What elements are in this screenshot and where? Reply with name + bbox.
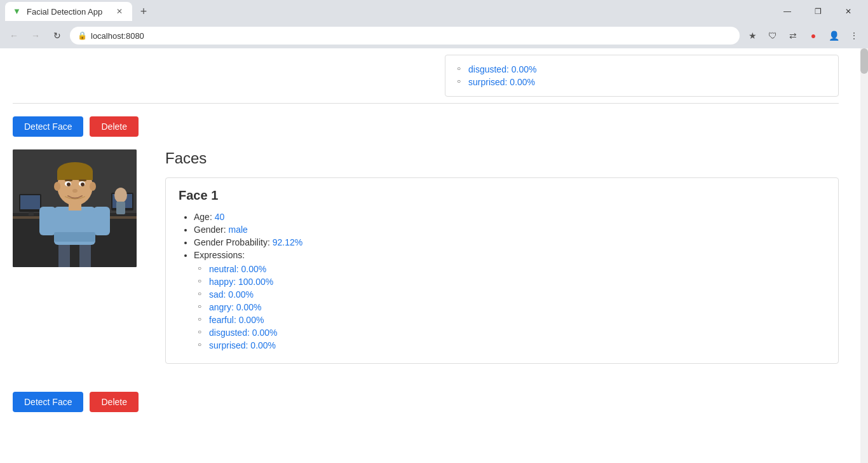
- svg-rect-13: [93, 207, 110, 235]
- top-buttons-row: Detect Face Delete: [13, 116, 839, 137]
- svg-rect-12: [39, 207, 56, 235]
- age-item: Age: 40: [194, 211, 825, 223]
- refresh-button[interactable]: ↻: [48, 27, 66, 45]
- new-tab-button[interactable]: +: [135, 3, 153, 20]
- tab-close-button[interactable]: ✕: [114, 6, 125, 17]
- list-item: surprised: 0.00%: [468, 76, 828, 88]
- gender-prob-item: Gender Probability: 92.12%: [194, 236, 825, 249]
- minimize-button[interactable]: —: [773, 1, 802, 22]
- previous-expressions-list: disgusted: 0.00% surprised: 0.00%: [456, 63, 828, 88]
- bookmark-icon[interactable]: ★: [743, 27, 761, 45]
- expressions-item: Expressions: neutral: 0.00% happy: 100.0…: [194, 249, 825, 353]
- svg-rect-26: [79, 179, 86, 181]
- address-bar: ← → ↻ 🔒 localhost:8080 ★ 🛡 ⇄ ● 👤 ⋮: [0, 23, 868, 48]
- url-text: localhost:8080: [91, 31, 144, 41]
- cast-icon[interactable]: ⇄: [784, 27, 802, 45]
- list-item: disgusted: 0.00%: [468, 63, 828, 76]
- expressions-label: Expressions:: [194, 250, 245, 260]
- previous-result-box: disgusted: 0.00% surprised: 0.00%: [445, 55, 839, 97]
- list-item: angry: 0.00%: [209, 301, 825, 314]
- main-section: Faces Face 1 Age: 40 Gender: male Gende: [13, 149, 839, 377]
- detect-face-button-top[interactable]: Detect Face: [13, 116, 83, 137]
- person-image: [13, 149, 137, 267]
- age-value: 40: [215, 212, 225, 222]
- tab-favicon: ▼: [13, 6, 23, 17]
- chrome-icon[interactable]: ●: [804, 27, 822, 45]
- expressions-nested-list: neutral: 0.00% happy: 100.00% sad: 0.00%…: [194, 263, 825, 352]
- profile-icon[interactable]: 👤: [825, 27, 843, 45]
- toolbar-icons: ★ 🛡 ⇄ ● 👤 ⋮: [743, 27, 863, 45]
- browser-window: ▼ Facial Detection App ✕ + — ❒ ✕ ← → ↻ 🔒…: [0, 0, 868, 463]
- close-button[interactable]: ✕: [834, 1, 863, 22]
- back-button[interactable]: ←: [5, 27, 23, 45]
- results-panel: Faces Face 1 Age: 40 Gender: male Gende: [165, 149, 839, 364]
- svg-rect-25: [65, 179, 72, 181]
- top-partial-left: [13, 55, 432, 97]
- top-partial-right: disgusted: 0.00% surprised: 0.00%: [445, 55, 839, 97]
- svg-rect-18: [57, 171, 93, 180]
- list-item: surprised: 0.00%: [209, 339, 825, 352]
- svg-rect-14: [54, 232, 95, 242]
- section-divider: [13, 103, 839, 104]
- detect-face-button-bottom[interactable]: Detect Face: [13, 392, 83, 412]
- image-panel: [13, 149, 140, 364]
- page-inner: disgusted: 0.00% surprised: 0.00% Detect…: [0, 48, 851, 425]
- tab-title: Facial Detection App: [27, 7, 111, 17]
- list-item: happy: 100.00%: [209, 275, 825, 288]
- forward-button[interactable]: →: [27, 27, 44, 45]
- maximize-button[interactable]: ❒: [803, 1, 832, 22]
- bottom-buttons-row: Detect Face Delete: [13, 392, 839, 412]
- shield-icon[interactable]: 🛡: [764, 27, 782, 45]
- list-item: fearful: 0.00%: [209, 314, 825, 326]
- list-item: sad: 0.00%: [209, 288, 825, 301]
- svg-rect-6: [29, 212, 34, 216]
- scrollbar-track[interactable]: [860, 48, 868, 463]
- window-controls: — ❒ ✕: [773, 1, 863, 22]
- svg-point-27: [72, 189, 78, 193]
- svg-point-19: [54, 182, 60, 191]
- svg-point-20: [90, 182, 96, 191]
- lock-icon: 🔒: [78, 31, 87, 40]
- gender-prob-label: Gender Probability:: [194, 237, 273, 247]
- tab-bar: ▼ Facial Detection App ✕ + — ❒ ✕: [0, 0, 868, 23]
- active-tab[interactable]: ▼ Facial Detection App ✕: [5, 2, 132, 21]
- svg-point-28: [114, 188, 127, 203]
- person-svg: [13, 149, 137, 267]
- delete-button-top[interactable]: Delete: [90, 116, 138, 137]
- gender-prob-value: 92.12%: [273, 237, 302, 247]
- scrollbar-thumb[interactable]: [860, 48, 868, 74]
- svg-point-23: [67, 183, 71, 186]
- face-1-details: Age: 40 Gender: male Gender Probability:…: [179, 211, 825, 353]
- face-card-1: Face 1 Age: 40 Gender: male Gender Proba…: [165, 177, 839, 364]
- list-item: disgusted: 0.00%: [209, 326, 825, 339]
- url-bar[interactable]: 🔒 localhost:8080: [70, 27, 740, 45]
- svg-point-24: [81, 183, 85, 186]
- delete-button-bottom[interactable]: Delete: [90, 392, 138, 412]
- svg-rect-5: [20, 195, 40, 209]
- age-label: Age:: [194, 212, 215, 222]
- list-item: neutral: 0.00%: [209, 263, 825, 275]
- page-content: disgusted: 0.00% surprised: 0.00% Detect…: [0, 48, 868, 463]
- svg-rect-29: [116, 202, 125, 214]
- gender-value: male: [228, 225, 247, 235]
- top-partial-section: disgusted: 0.00% surprised: 0.00%: [13, 48, 839, 103]
- face-1-title: Face 1: [179, 188, 825, 203]
- gender-item: Gender: male: [194, 223, 825, 236]
- gender-label: Gender:: [194, 225, 228, 235]
- faces-title: Faces: [165, 149, 839, 167]
- menu-icon[interactable]: ⋮: [845, 27, 863, 45]
